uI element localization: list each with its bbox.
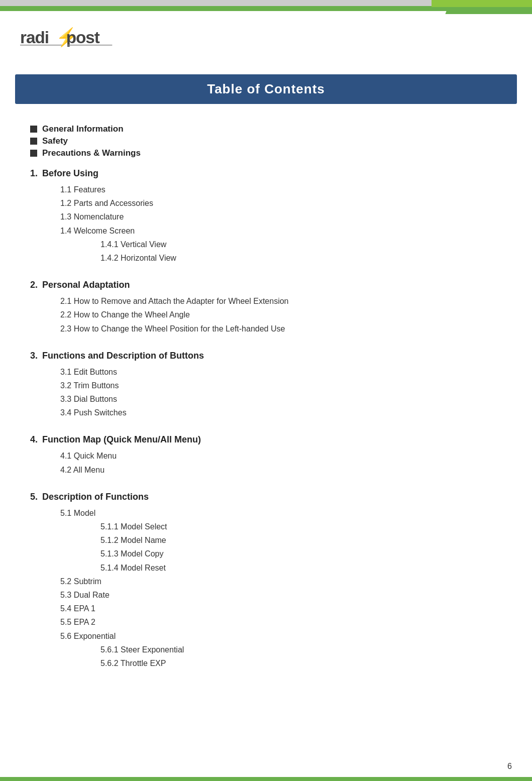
section-5-heading: 5. Description of Functions	[30, 492, 502, 502]
bullet-item-safety: Safety	[30, 136, 502, 146]
list-item: 5.1.1 Model Select	[100, 520, 502, 533]
list-item: 5.5 EPA 2	[60, 615, 502, 629]
list-item: 2.3 How to Change the Wheel Position for…	[60, 322, 502, 336]
section-5-title: Description of Functions	[42, 492, 149, 502]
section-3-heading: 3. Functions and Description of Buttons	[30, 351, 502, 361]
section-1-title: Before Using	[42, 168, 98, 178]
list-item: 5.6.1 Steer Exponential	[100, 643, 502, 656]
toc-section-5: 5. Description of Functions 5.1 Model 5.…	[30, 492, 502, 670]
section-2-title: Personal Adaptation	[42, 280, 130, 290]
svg-text:post: post	[66, 28, 100, 47]
bullet-square-icon	[30, 138, 37, 145]
list-item: 2.2 How to Change the Wheel Angle	[60, 308, 502, 321]
section-3-subitems: 3.1 Edit Buttons 3.2 Trim Buttons 3.3 Di…	[30, 365, 502, 420]
toc-section-1: 1. Before Using 1.1 Features 1.2 Parts a…	[30, 168, 502, 265]
list-item: 5.3 Dual Rate	[60, 588, 502, 602]
section-3-num: 3.	[30, 351, 38, 361]
top-bar-container	[0, 0, 532, 14]
list-item: 1.2 Parts and Accessories	[60, 196, 502, 210]
list-item: 5.1.4 Model Reset	[100, 561, 502, 575]
section-5-1-subitems: 5.1.1 Model Select 5.1.2 Model Name 5.1.…	[60, 520, 502, 575]
bullet-square-icon	[30, 126, 37, 133]
list-item: 4.1 Quick Menu	[60, 449, 502, 463]
list-item: 1.4.2 Horizontal View	[100, 251, 502, 265]
list-item: 3.2 Trim Buttons	[60, 379, 502, 392]
section-5-6-subitems: 5.6.1 Steer Exponential 5.6.2 Throttle E…	[60, 643, 502, 670]
toc-section-2: 2. Personal Adaptation 2.1 How to Remove…	[30, 280, 502, 336]
list-item: 3.1 Edit Buttons	[60, 365, 502, 379]
section-1-num: 1.	[30, 168, 38, 178]
list-item: 4.2 All Menu	[60, 463, 502, 477]
section-2-num: 2.	[30, 280, 38, 290]
top-accent	[432, 0, 532, 14]
list-item: 5.2 Subtrim	[60, 575, 502, 588]
bullet-section: General Information Safety Precautions &…	[30, 124, 502, 158]
list-item: 5.6.2 Throttle EXP	[100, 656, 502, 670]
bullet-label-safety: Safety	[42, 136, 68, 146]
list-item: 1.4.1 Vertical View	[100, 238, 502, 251]
page-number: 6	[507, 762, 512, 771]
bullet-square-icon	[30, 150, 37, 157]
section-4-heading: 4. Function Map (Quick Menu/All Menu)	[30, 434, 502, 445]
list-item: 2.1 How to Remove and Attach the Adapter…	[60, 294, 502, 308]
list-item: 1.4 Welcome Screen	[60, 224, 502, 238]
section-1-subitems: 1.1 Features 1.2 Parts and Accessories 1…	[30, 183, 502, 265]
toc-section-3: 3. Functions and Description of Buttons …	[30, 351, 502, 420]
section-4-num: 4.	[30, 434, 38, 444]
list-item: 5.1 Model	[60, 506, 502, 520]
list-item: 3.3 Dial Buttons	[60, 392, 502, 406]
bullet-item-general: General Information	[30, 124, 502, 134]
section-2-subitems: 2.1 How to Remove and Attach the Adapter…	[30, 294, 502, 336]
section-1-4-subitems: 1.4.1 Vertical View 1.4.2 Horizontal Vie…	[60, 238, 502, 265]
section-1-heading: 1. Before Using	[30, 168, 502, 179]
bullet-item-precautions: Precautions & Warnings	[30, 148, 502, 158]
list-item: 5.6 Exponential	[60, 629, 502, 643]
list-item: 1.1 Features	[60, 183, 502, 196]
list-item: 5.1.3 Model Copy	[100, 547, 502, 561]
section-4-subitems: 4.1 Quick Menu 4.2 All Menu	[30, 449, 502, 476]
section-3-title: Functions and Description of Buttons	[42, 351, 204, 361]
bullet-label-general: General Information	[42, 124, 124, 134]
svg-text:radi: radi	[20, 28, 49, 47]
section-5-subitems: 5.1 Model 5.1.1 Model Select 5.1.2 Model…	[30, 506, 502, 670]
list-item: 5.4 EPA 1	[60, 602, 502, 615]
bullet-label-precautions: Precautions & Warnings	[42, 148, 141, 158]
list-item: 1.3 Nomenclature	[60, 210, 502, 224]
section-5-num: 5.	[30, 492, 38, 502]
bottom-accent-bar	[0, 777, 532, 781]
list-item: 3.4 Push Switches	[60, 406, 502, 419]
logo-svg: radi ⚡ post	[20, 24, 115, 49]
logo-area: radi ⚡ post	[0, 14, 532, 54]
content-area: General Information Safety Precautions &…	[0, 119, 532, 705]
section-2-heading: 2. Personal Adaptation	[30, 280, 502, 290]
title-banner: Table of Contents	[15, 74, 517, 104]
toc-section-4: 4. Function Map (Quick Menu/All Menu) 4.…	[30, 434, 502, 476]
list-item: 5.1.2 Model Name	[100, 533, 502, 547]
section-4-title: Function Map (Quick Menu/All Menu)	[42, 434, 201, 444]
page-title: Table of Contents	[25, 81, 507, 97]
